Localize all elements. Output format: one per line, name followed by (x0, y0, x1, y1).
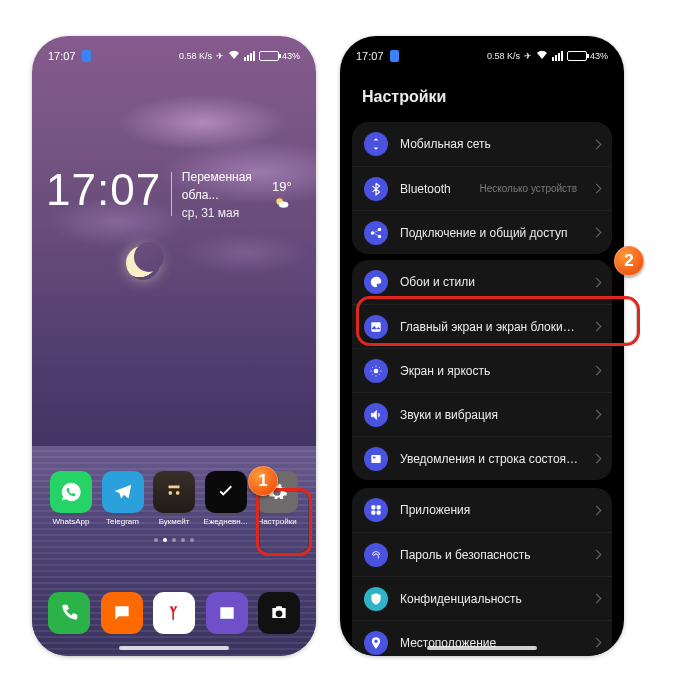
clock-widget[interactable]: 17:07 Переменная обла... ср, 31 мая 19° (46, 168, 302, 222)
dock (48, 592, 300, 634)
location-icon (364, 631, 388, 655)
row-mobile-network[interactable]: Мобильная сеть (352, 122, 612, 166)
sound-icon (364, 403, 388, 427)
svg-rect-8 (373, 456, 375, 458)
whatsapp-icon (50, 471, 92, 513)
bluetooth-icon (82, 50, 91, 62)
status-speed: 0.58 K/s (179, 51, 212, 61)
settings-group-display: Обои и стили Главный экран и экран блоки… (352, 260, 612, 480)
chevron-right-icon (592, 139, 602, 149)
chevron-right-icon (592, 410, 602, 420)
chevron-right-icon (592, 277, 602, 287)
svg-point-2 (371, 231, 375, 235)
share-icon (364, 221, 388, 245)
status-speed: 0.58 K/s (487, 51, 520, 61)
app-telegram[interactable]: Telegram (100, 471, 146, 526)
page-title: Настройки (362, 88, 446, 106)
app-daily[interactable]: Ежедневн... (203, 471, 249, 526)
row-bluetooth[interactable]: Bluetooth Несколько устройств (352, 166, 612, 210)
chevron-right-icon (592, 366, 602, 376)
battery-indicator: 43% (259, 51, 300, 61)
status-bar: 17:07 0.58 K/s ✈ 43% (32, 36, 316, 76)
dock-camera[interactable] (258, 592, 300, 634)
settings-group-system: Приложения Пароль и безопасность Конфиде… (352, 488, 612, 656)
airplane-icon: ✈ (524, 51, 532, 61)
chevron-right-icon (592, 594, 602, 604)
dock-yandex[interactable] (153, 592, 195, 634)
svg-point-3 (378, 227, 382, 231)
big-time: 17:07 (46, 168, 161, 212)
bluetooth-icon (364, 177, 388, 201)
temperature: 19° (272, 179, 302, 211)
page-indicator (32, 538, 316, 542)
weather-icon (274, 195, 290, 211)
bookmate-icon (153, 471, 195, 513)
svg-rect-5 (371, 322, 380, 331)
home-screen: 17:07 0.58 K/s ✈ 43% 17:07 Переменная об… (32, 36, 316, 656)
apps-icon (364, 498, 388, 522)
chevron-right-icon (592, 184, 602, 194)
home-screen-icon (364, 315, 388, 339)
moon-graphic (126, 246, 160, 280)
battery-indicator: 43% (567, 51, 608, 61)
app-bookmate[interactable]: Букмейт (151, 471, 197, 526)
svg-point-4 (378, 234, 382, 238)
svg-rect-10 (377, 505, 381, 509)
status-time: 17:07 (48, 50, 76, 62)
row-notifications[interactable]: Уведомления и строка состояния (352, 436, 612, 480)
chevron-right-icon (592, 550, 602, 560)
wifi-icon (536, 50, 548, 62)
status-bar: 17:07 0.58 K/s ✈ 43% (340, 36, 624, 76)
row-display-brightness[interactable]: Экран и яркость (352, 348, 612, 392)
svg-rect-11 (371, 511, 375, 515)
row-home-lock-screen[interactable]: Главный экран и экран блокировки (352, 304, 612, 348)
mobile-network-icon (364, 132, 388, 156)
row-connection-sharing[interactable]: Подключение и общий доступ (352, 210, 612, 254)
bluetooth-icon (390, 50, 399, 62)
shield-icon (364, 587, 388, 611)
telegram-icon (102, 471, 144, 513)
chevron-right-icon (592, 505, 602, 515)
fingerprint-icon (364, 543, 388, 567)
settings-group-connectivity: Мобильная сеть Bluetooth Несколько устро… (352, 122, 612, 254)
brightness-icon (364, 359, 388, 383)
row-privacy[interactable]: Конфиденциальность (352, 576, 612, 620)
signal-icon (244, 51, 255, 61)
wifi-icon (228, 50, 240, 62)
status-time: 17:07 (356, 50, 384, 62)
svg-point-1 (279, 201, 289, 207)
battery-pct: 43% (282, 51, 300, 61)
dock-gallery[interactable] (206, 592, 248, 634)
row-apps[interactable]: Приложения (352, 488, 612, 532)
chevron-right-icon (592, 228, 602, 238)
nav-handle[interactable] (119, 646, 229, 650)
checkmark-icon (205, 471, 247, 513)
nav-handle[interactable] (427, 646, 537, 650)
dock-messages[interactable] (101, 592, 143, 634)
svg-rect-12 (377, 511, 381, 515)
airplane-icon: ✈ (216, 51, 224, 61)
row-wallpaper[interactable]: Обои и стили (352, 260, 612, 304)
row-sound-vibration[interactable]: Звуки и вибрация (352, 392, 612, 436)
app-whatsapp[interactable]: WhatsApp (48, 471, 94, 526)
chevron-right-icon (592, 322, 602, 332)
dock-phone[interactable] (48, 592, 90, 634)
chevron-right-icon (592, 638, 602, 648)
svg-rect-7 (371, 454, 380, 462)
divider (171, 172, 172, 216)
svg-rect-9 (371, 505, 375, 509)
notification-icon (364, 447, 388, 471)
callout-badge-1: 1 (248, 466, 278, 496)
palette-icon (364, 270, 388, 294)
row-password-security[interactable]: Пароль и безопасность (352, 532, 612, 576)
chevron-right-icon (592, 454, 602, 464)
weather-text: Переменная обла... ср, 31 мая (182, 168, 262, 222)
svg-point-6 (374, 368, 379, 373)
settings-screen: 17:07 0.58 K/s ✈ 43% Настройки Мобильная… (340, 36, 624, 656)
callout-badge-2: 2 (614, 246, 644, 276)
row-location[interactable]: Местоположение (352, 620, 612, 656)
signal-icon (552, 51, 563, 61)
